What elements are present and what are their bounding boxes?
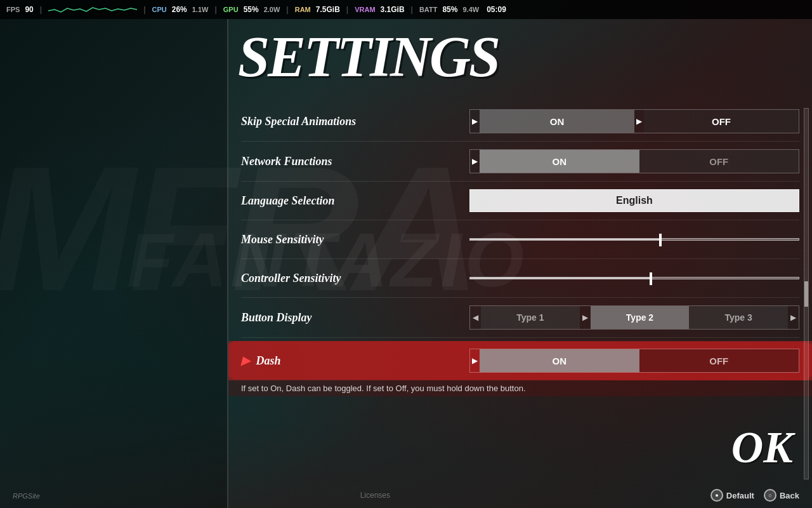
skip-animations-label: Skip Special Animations bbox=[241, 115, 469, 128]
setting-row-language: Language Selection English bbox=[241, 182, 799, 220]
toggle-left-chevron: ▶ bbox=[472, 117, 478, 126]
bottom-bar: RPGSite Licenses ● Default ○ Back bbox=[0, 483, 812, 508]
dash-on-btn[interactable]: ON bbox=[480, 349, 639, 372]
setting-row-button-display: Button Display ◀ Type 1 ▶ Type 2 Type 3 … bbox=[241, 298, 799, 338]
back-icon: ○ bbox=[764, 489, 776, 502]
skip-animations-on-btn[interactable]: ON bbox=[480, 110, 634, 133]
licenses-link[interactable]: Licenses bbox=[360, 491, 390, 500]
network-on-btn[interactable]: ON bbox=[480, 150, 639, 173]
dash-left-chevron: ▶ bbox=[472, 356, 478, 365]
button-display-selector[interactable]: ◀ Type 1 ▶ Type 2 Type 3 ▶ bbox=[469, 305, 799, 330]
setting-row-controller-sensitivity: Controller Sensitivity bbox=[241, 259, 799, 298]
type-mid-chevron: ▶ bbox=[580, 313, 591, 322]
skip-animations-toggle[interactable]: ▶ ON ▶ OFF bbox=[469, 109, 799, 133]
cpu-pct: 26% bbox=[172, 5, 187, 14]
gpu-pct: 55% bbox=[244, 5, 259, 14]
mouse-slider-fill bbox=[470, 239, 660, 240]
default-button[interactable]: ● Default bbox=[710, 489, 754, 502]
scrollbar-thumb[interactable] bbox=[804, 281, 808, 307]
type2-btn[interactable]: Type 2 bbox=[591, 306, 690, 329]
language-label: Language Selection bbox=[241, 194, 469, 208]
setting-row-mouse-sensitivity: Mouse Sensitivity bbox=[241, 220, 799, 259]
mouse-slider-track bbox=[469, 238, 799, 241]
vram-label: VRAM bbox=[355, 6, 375, 13]
fps-graph bbox=[48, 4, 137, 15]
network-left-chevron: ▶ bbox=[472, 157, 478, 166]
type-right-chevron[interactable]: ▶ bbox=[788, 313, 799, 322]
gpu-label: GPU bbox=[223, 6, 239, 13]
dash-arrow: ▶ bbox=[241, 354, 253, 367]
left-panel bbox=[0, 19, 228, 508]
cpu-watts: 1.1W bbox=[192, 6, 209, 13]
network-off-btn[interactable]: OFF bbox=[639, 150, 799, 173]
ram-label: RAM bbox=[295, 6, 311, 13]
controller-slider-track bbox=[469, 277, 799, 279]
hud-time: 05:09 bbox=[487, 5, 506, 14]
controller-sensitivity-slider[interactable] bbox=[469, 267, 799, 290]
cpu-label: CPU bbox=[152, 6, 166, 13]
gpu-watts: 2.0W bbox=[264, 6, 280, 13]
skip-animations-off-btn[interactable]: OFF bbox=[644, 110, 799, 133]
setting-row-network: Network Functions ▶ ON OFF bbox=[241, 142, 799, 182]
toggle-right-chevron: ▶ bbox=[636, 117, 642, 126]
hud-bar: FPS 90 | | CPU 26% 1.1W | GPU 55% 2.0W |… bbox=[0, 0, 812, 19]
scrollbar[interactable] bbox=[804, 108, 809, 479]
setting-row-dash: ▶ Dash ▶ ON OFF bbox=[228, 341, 812, 380]
branding: RPGSite bbox=[13, 491, 40, 500]
vram-value: 3.1GiB bbox=[381, 5, 405, 14]
settings-content: Skip Special Animations ▶ ON ▶ OFF Netwo… bbox=[228, 92, 812, 508]
mouse-sensitivity-label: Mouse Sensitivity bbox=[241, 233, 469, 246]
network-toggle[interactable]: ▶ ON OFF bbox=[469, 149, 799, 173]
page-title: SETTINGS bbox=[238, 29, 799, 86]
type1-btn[interactable]: Type 1 bbox=[481, 306, 580, 329]
dash-label: ▶ Dash bbox=[241, 354, 469, 368]
setting-row-skip-animations: Skip Special Animations ▶ ON ▶ OFF bbox=[241, 102, 799, 142]
default-icon: ● bbox=[710, 489, 723, 502]
controller-slider-handle[interactable] bbox=[650, 272, 652, 285]
type3-btn[interactable]: Type 3 bbox=[689, 306, 788, 329]
language-dropdown[interactable]: English bbox=[469, 189, 799, 212]
button-display-label: Button Display bbox=[241, 311, 469, 324]
controller-slider-fill bbox=[470, 277, 651, 279]
settings-title-area: SETTINGS bbox=[0, 22, 812, 92]
type-left-chevron[interactable]: ◀ bbox=[470, 313, 481, 322]
batt-label: BATT bbox=[419, 6, 438, 13]
back-button[interactable]: ○ Back bbox=[764, 489, 799, 502]
controller-sensitivity-label: Controller Sensitivity bbox=[241, 272, 469, 285]
bottom-buttons: ● Default ○ Back bbox=[710, 489, 799, 502]
batt-pct: 85% bbox=[442, 5, 457, 14]
fps-value: 90 bbox=[25, 5, 33, 14]
ok-button[interactable]: OK bbox=[731, 422, 793, 473]
batt-watts: 9.4W bbox=[462, 6, 479, 13]
mouse-slider-handle[interactable] bbox=[659, 234, 662, 246]
network-label: Network Functions bbox=[241, 155, 469, 168]
fps-label: FPS bbox=[6, 6, 20, 13]
dash-toggle[interactable]: ▶ ON OFF bbox=[469, 349, 799, 373]
dash-off-btn[interactable]: OFF bbox=[639, 349, 799, 372]
mouse-sensitivity-slider[interactable] bbox=[469, 228, 799, 251]
ram-value: 7.5GiB bbox=[316, 5, 340, 14]
